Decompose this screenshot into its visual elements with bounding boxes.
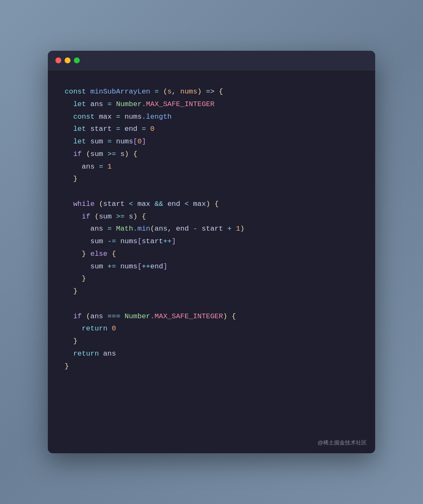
maximize-button[interactable]	[74, 57, 80, 63]
code-window: const minSubArrayLen = (s, nums) => { le…	[48, 51, 375, 453]
close-button[interactable]	[55, 57, 61, 63]
minimize-button[interactable]	[65, 57, 70, 63]
title-bar	[48, 51, 375, 70]
watermark: @稀土掘金技术社区	[318, 439, 367, 447]
code-editor: const minSubArrayLen = (s, nums) => { le…	[48, 70, 375, 389]
